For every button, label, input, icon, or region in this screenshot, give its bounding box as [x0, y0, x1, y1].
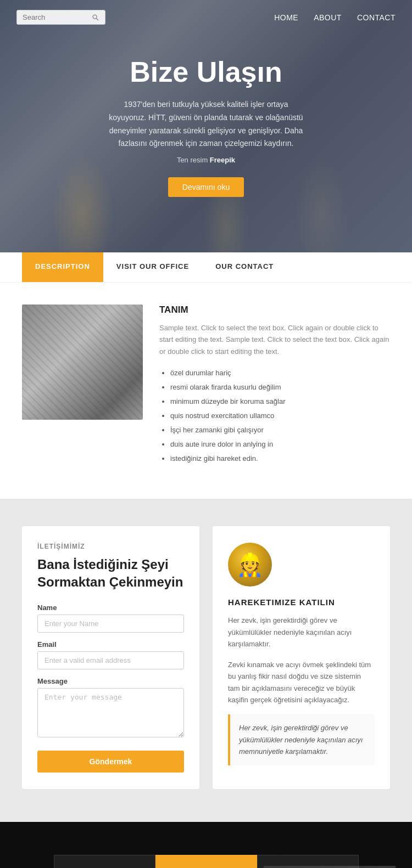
footer-card-address: 📍 ADRES 27 13 Lowe Limanı	[54, 855, 155, 868]
message-label: Message	[37, 677, 184, 685]
quote-text: Her zevk, işin gerektirdiği görev ve yük…	[239, 722, 366, 757]
contact-section: İLETİŞİMİMİZ Bana İstediğiniz Şeyi Sorma…	[0, 499, 412, 821]
description-title: TANIM	[159, 305, 390, 315]
name-input[interactable]	[37, 615, 184, 633]
hero-title: Bize Ulaşın	[107, 55, 305, 88]
list-item: resmi olarak firarda kusurlu değilim	[170, 380, 390, 394]
quote-block: Her zevk, işin gerektirdiği görev ve yük…	[228, 714, 375, 765]
worker-avatar	[228, 543, 272, 587]
list-item: özel durumlar hariç	[170, 366, 390, 380]
footer-section: 📍 ADRES 27 13 Lowe Limanı 📱 TELEFON +111…	[0, 822, 412, 868]
list-item: İşçi her zamanki gibi çalışıyor	[170, 423, 390, 437]
description-section: TANIM Sample text. Click to select the t…	[0, 283, 412, 499]
nav-home[interactable]: HOME	[274, 13, 298, 22]
form-group-message: Message	[37, 677, 184, 740]
form-big-title: Bana İstediğiniz Şeyi Sormaktan Çekinmey…	[37, 556, 184, 590]
contact-form-card: İLETİŞİMİMİZ Bana İstediğiniz Şeyi Sorma…	[22, 526, 199, 788]
hero-credit-link[interactable]: Freepik	[210, 156, 235, 164]
hero-section: Bize Ulaşın 1937'den beri tutkuyla yükse…	[0, 0, 412, 252]
footer-cards: 📍 ADRES 27 13 Lowe Limanı 📱 TELEFON +111…	[0, 822, 412, 868]
search-box[interactable]	[16, 10, 105, 25]
join-title: HAREKETIMIZE KATILIN	[228, 598, 375, 607]
search-icon	[92, 14, 99, 21]
footer-card-email: 📄 E-POSTA iş@info.com	[257, 855, 359, 868]
join-text-2: Zevki kınamak ve acıyı övmek şeklindeki …	[228, 659, 375, 706]
nav-about[interactable]: ABOUT	[314, 13, 342, 22]
contact-info-card: HAREKETIMIZE KATILIN Her zevk, işin gere…	[213, 526, 390, 788]
email-label: Email	[37, 640, 184, 649]
description-inner: TANIM Sample text. Click to select the t…	[22, 305, 390, 466]
tab-description[interactable]: DESCRIPTION	[22, 252, 103, 282]
description-sample: Sample text. Click to select the text bo…	[159, 322, 390, 357]
nav-contact[interactable]: CONTACT	[357, 13, 396, 22]
description-text: TANIM Sample text. Click to select the t…	[159, 305, 390, 466]
nav-links: HOME ABOUT CONTACT	[274, 13, 396, 22]
hero-content: Bize Ulaşın 1937'den beri tutkuyla yükse…	[85, 44, 327, 208]
footer-card-phone: 📱 TELEFON +111 343 43 43	[155, 855, 257, 868]
submit-button[interactable]: Göndermek	[37, 751, 184, 773]
list-item: istediğiniz gibi hareket edin.	[170, 452, 390, 466]
form-section-label: İLETİŞİMİMİZ	[37, 543, 184, 550]
svg-point-0	[93, 15, 97, 19]
name-label: Name	[37, 604, 184, 612]
email-input[interactable]	[37, 651, 184, 669]
description-image	[22, 305, 143, 420]
hero-credit: Ten resim Freepik	[107, 156, 305, 164]
message-input[interactable]	[37, 688, 184, 737]
hero-button[interactable]: Devamını oku	[168, 177, 244, 197]
join-text-1: Her zevk, işin gerektirdiği görev ve yük…	[228, 615, 375, 650]
list-item: duis aute irure dolor in anlying in	[170, 437, 390, 452]
svg-line-1	[96, 18, 98, 20]
list-item: minimum düzeyde bir koruma sağlar	[170, 394, 390, 409]
contact-inner: İLETİŞİMİMİZ Bana İstediğiniz Şeyi Sorma…	[22, 526, 390, 788]
navigation: HOME ABOUT CONTACT	[0, 0, 412, 35]
search-input[interactable]	[23, 13, 88, 21]
tabs-row: DESCRIPTION VISIT OUR OFFICE OUR CONTACT	[22, 252, 390, 282]
form-group-name: Name	[37, 604, 184, 633]
form-group-email: Email	[37, 640, 184, 669]
list-item: quis nostrud exercitation ullamco	[170, 409, 390, 423]
description-list: özel durumlar hariç resmi olarak firarda…	[159, 366, 390, 466]
tab-our-contact[interactable]: OUR CONTACT	[202, 252, 287, 282]
tabs-section: DESCRIPTION VISIT OUR OFFICE OUR CONTACT	[0, 252, 412, 283]
tab-visit-office[interactable]: VISIT OUR OFFICE	[103, 252, 202, 282]
hero-description: 1937'den beri tutkuyla yüksek kaliteli i…	[107, 98, 305, 150]
